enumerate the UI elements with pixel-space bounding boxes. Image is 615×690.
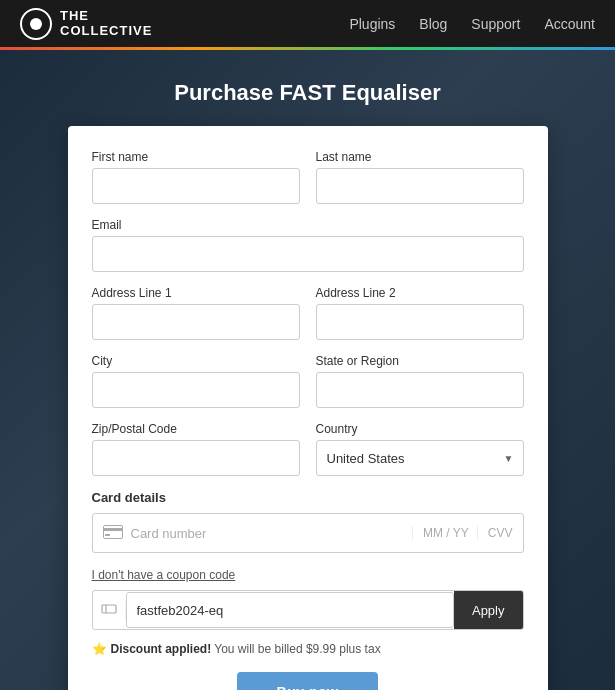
- country-select[interactable]: United States United Kingdom Canada Aust…: [316, 440, 524, 476]
- navbar: THE COLLECTIVE Plugins Blog Support Acco…: [0, 0, 615, 50]
- brand-name: THE COLLECTIVE: [60, 9, 152, 38]
- page-content: Purchase FAST Equaliser First name Last …: [0, 50, 615, 690]
- card-cvv-placeholder: CVV: [477, 526, 513, 540]
- brand: THE COLLECTIVE: [20, 8, 152, 40]
- card-input-row[interactable]: Card number MM / YY CVV: [92, 513, 524, 553]
- svg-rect-3: [103, 528, 123, 531]
- card-expiry-placeholder: MM / YY: [412, 526, 469, 540]
- credit-card-icon: [103, 523, 123, 544]
- card-details-label: Card details: [92, 490, 524, 505]
- discount-text: You will be billed $9.99 plus tax: [211, 642, 380, 656]
- email-input[interactable]: [92, 236, 524, 272]
- coupon-toggle-link[interactable]: I don't have a coupon code: [92, 568, 236, 582]
- address-line2-label: Address Line 2: [316, 286, 524, 300]
- email-group: Email: [92, 218, 524, 272]
- svg-point-1: [30, 18, 42, 30]
- state-label: State or Region: [316, 354, 524, 368]
- nav-support[interactable]: Support: [471, 16, 520, 32]
- coupon-input[interactable]: [126, 592, 454, 628]
- coupon-icon: [93, 601, 126, 620]
- country-select-wrapper: United States United Kingdom Canada Aust…: [316, 440, 524, 476]
- last-name-label: Last name: [316, 150, 524, 164]
- discount-star-icon: ⭐: [92, 642, 107, 656]
- address-row: Address Line 1 Address Line 2: [92, 286, 524, 340]
- purchase-form: First name Last name Email Address Line …: [68, 126, 548, 690]
- first-name-input[interactable]: [92, 168, 300, 204]
- state-input[interactable]: [316, 372, 524, 408]
- discount-bold: Discount applied!: [111, 642, 212, 656]
- name-row: First name Last name: [92, 150, 524, 204]
- email-row: Email: [92, 218, 524, 272]
- zip-label: Zip/Postal Code: [92, 422, 300, 436]
- city-label: City: [92, 354, 300, 368]
- address-line1-input[interactable]: [92, 304, 300, 340]
- svg-rect-4: [105, 534, 110, 536]
- city-group: City: [92, 354, 300, 408]
- zip-input[interactable]: [92, 440, 300, 476]
- city-input[interactable]: [92, 372, 300, 408]
- brand-logo-icon: [20, 8, 52, 40]
- nav-links: Plugins Blog Support Account: [349, 16, 595, 32]
- last-name-group: Last name: [316, 150, 524, 204]
- address-line2-group: Address Line 2: [316, 286, 524, 340]
- zip-country-row: Zip/Postal Code Country United States Un…: [92, 422, 524, 476]
- address-line1-group: Address Line 1: [92, 286, 300, 340]
- card-number-placeholder: Card number: [131, 526, 405, 541]
- address-line2-input[interactable]: [316, 304, 524, 340]
- svg-rect-2: [103, 525, 122, 538]
- state-group: State or Region: [316, 354, 524, 408]
- svg-rect-5: [102, 605, 116, 613]
- page-title: Purchase FAST Equaliser: [174, 80, 441, 106]
- city-state-row: City State or Region: [92, 354, 524, 408]
- country-group: Country United States United Kingdom Can…: [316, 422, 524, 476]
- coupon-row: Apply: [92, 590, 524, 630]
- country-label: Country: [316, 422, 524, 436]
- buy-now-button[interactable]: Buy now: [237, 672, 379, 690]
- nav-account[interactable]: Account: [544, 16, 595, 32]
- address-line1-label: Address Line 1: [92, 286, 300, 300]
- first-name-group: First name: [92, 150, 300, 204]
- nav-blog[interactable]: Blog: [419, 16, 447, 32]
- discount-notice: ⭐Discount applied! You will be billed $9…: [92, 642, 524, 656]
- apply-button[interactable]: Apply: [454, 591, 523, 629]
- first-name-label: First name: [92, 150, 300, 164]
- email-label: Email: [92, 218, 524, 232]
- buy-button-wrapper: Buy now: [92, 672, 524, 690]
- last-name-input[interactable]: [316, 168, 524, 204]
- nav-plugins[interactable]: Plugins: [349, 16, 395, 32]
- zip-group: Zip/Postal Code: [92, 422, 300, 476]
